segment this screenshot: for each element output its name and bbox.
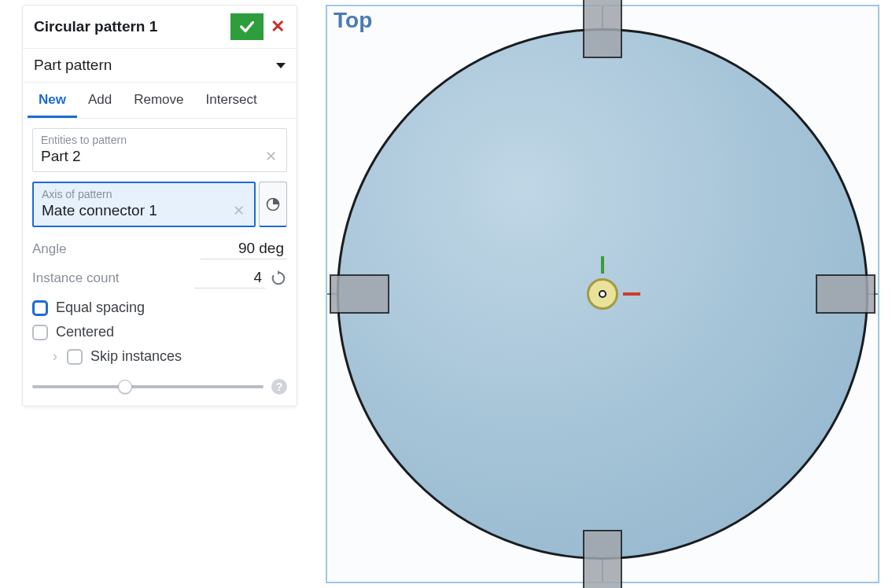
- centered-checkbox[interactable]: [32, 325, 48, 340]
- entities-caption: Entities to pattern: [41, 134, 278, 146]
- mate-connector-icon: [265, 197, 281, 212]
- equal-spacing-label: Equal spacing: [56, 300, 145, 316]
- help-icon: ?: [276, 380, 283, 393]
- dialog-footer: ?: [32, 373, 287, 395]
- equal-spacing-checkbox[interactable]: [32, 300, 48, 316]
- centered-label: Centered: [56, 324, 114, 340]
- tab-add[interactable]: Add: [77, 83, 123, 118]
- axis-row: Axis of pattern Mate connector 1 ✕: [32, 182, 287, 227]
- flip-direction-button[interactable]: [270, 270, 287, 287]
- expand-skip-button[interactable]: ›: [53, 348, 57, 365]
- pattern-type-dropdown[interactable]: Part pattern: [23, 49, 297, 83]
- instance-count-row: Instance count: [32, 267, 287, 288]
- entities-value: Part 2: [41, 148, 81, 165]
- pattern-instance-left: [330, 274, 389, 314]
- pattern-type-label: Part pattern: [34, 57, 112, 74]
- angle-row: Angle: [32, 238, 287, 259]
- pattern-instance-right: [816, 274, 875, 314]
- mate-connector-center-icon: [599, 290, 606, 298]
- entities-field[interactable]: Entities to pattern Part 2 ✕: [32, 128, 287, 172]
- skip-instances-checkbox[interactable]: [67, 349, 83, 365]
- skip-instances-row: › Skip instances: [32, 348, 287, 365]
- instance-count-label: Instance count: [32, 270, 120, 286]
- centered-row: Centered: [32, 324, 287, 340]
- angle-label: Angle: [32, 241, 66, 257]
- axis-field[interactable]: Axis of pattern Mate connector 1 ✕: [32, 182, 256, 227]
- y-axis-indicator: [601, 256, 604, 274]
- slider-thumb[interactable]: [118, 380, 132, 394]
- dialog-body: Entities to pattern Part 2 ✕ Axis of pat…: [23, 119, 297, 406]
- clear-entities-button[interactable]: ✕: [264, 148, 278, 165]
- cancel-button[interactable]: ✕: [268, 17, 287, 36]
- x-axis-indicator: [623, 292, 640, 296]
- pattern-instance-bottom: [583, 530, 622, 588]
- check-icon: [238, 18, 256, 35]
- viewport[interactable]: Top: [326, 5, 879, 583]
- equal-spacing-row: Equal spacing: [32, 300, 287, 316]
- help-button[interactable]: ?: [271, 379, 287, 395]
- confirm-button[interactable]: [230, 13, 264, 40]
- angle-input[interactable]: [201, 238, 287, 259]
- dialog-title: Circular pattern 1: [34, 18, 157, 35]
- tab-new[interactable]: New: [28, 83, 77, 118]
- mate-connector-marker[interactable]: [584, 275, 621, 313]
- mate-connector-button[interactable]: [259, 182, 287, 227]
- close-icon: ✕: [271, 17, 285, 37]
- chevron-down-icon: [276, 63, 286, 68]
- pattern-instance-top: [583, 0, 622, 58]
- view-label: Top: [334, 8, 372, 33]
- boolean-tabs: New Add Remove Intersect: [23, 83, 297, 119]
- dialog-header: Circular pattern 1 ✕: [23, 6, 297, 49]
- dialog-header-actions: ✕: [230, 13, 287, 40]
- instance-count-input[interactable]: [194, 267, 265, 288]
- circular-pattern-dialog: Circular pattern 1 ✕ Part pattern New Ad…: [22, 5, 297, 406]
- clear-axis-button[interactable]: ✕: [231, 202, 246, 219]
- axis-caption: Axis of pattern: [42, 188, 246, 200]
- axis-value: Mate connector 1: [42, 202, 157, 219]
- opacity-slider[interactable]: [32, 385, 264, 388]
- tab-intersect[interactable]: Intersect: [195, 83, 268, 118]
- flip-direction-icon: [270, 270, 287, 287]
- skip-instances-label: Skip instances: [90, 348, 182, 365]
- tab-remove[interactable]: Remove: [123, 83, 194, 118]
